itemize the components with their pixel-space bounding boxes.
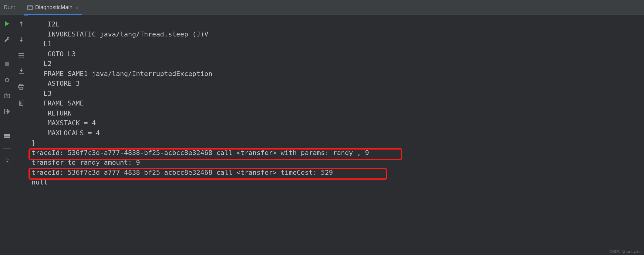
print-button[interactable] — [17, 83, 25, 91]
soft-wrap-button[interactable] — [17, 51, 25, 60]
console-tab-icon — [27, 5, 33, 9]
console-line: ASTORE 3 — [28, 79, 644, 89]
svg-line-11 — [8, 78, 9, 78]
svg-rect-13 — [4, 94, 10, 98]
svg-point-4 — [5, 78, 8, 81]
console-line: INVOKESTATIC java/lang/Thread.sleep (J)V — [28, 29, 644, 40]
text-cursor — [84, 100, 84, 106]
console-action-gutter — [14, 15, 28, 255]
console-line: RETURN — [28, 109, 644, 119]
close-tab-button[interactable]: × — [76, 5, 79, 10]
svg-rect-28 — [19, 86, 24, 88]
run-tab-label: DiagnosticMain — [35, 4, 72, 11]
console-line: transfer to randy amount: 9 — [28, 158, 644, 168]
clear-all-button[interactable] — [17, 98, 25, 107]
svg-line-10 — [8, 81, 9, 82]
svg-rect-19 — [4, 136, 10, 138]
console-line: traceId: 536f7c3d-a777-4838-bf25-acbcc8e… — [28, 168, 644, 178]
console-line: null — [28, 177, 644, 188]
svg-rect-29 — [20, 87, 23, 89]
svg-rect-17 — [4, 134, 7, 136]
console-line: I2L — [28, 19, 644, 29]
dump-threads-button[interactable] — [3, 76, 11, 84]
svg-marker-2 — [5, 21, 9, 26]
rerun-button[interactable] — [3, 19, 11, 28]
layout-button[interactable] — [3, 132, 11, 140]
console-line: L2 — [28, 59, 644, 69]
svg-rect-30 — [19, 101, 23, 105]
run-action-gutter — [0, 15, 14, 255]
console-line: GOTO L3 — [28, 49, 644, 59]
stop-button[interactable] — [3, 60, 11, 68]
console-line: MAXSTACK = 4 — [28, 118, 644, 128]
svg-line-9 — [5, 78, 5, 78]
console-line: FRAME SAME — [28, 98, 644, 109]
svg-rect-15 — [6, 94, 7, 95]
run-toolwindow-header: Run: DiagnosticMain × — [0, 0, 644, 15]
camera-snapshot-button[interactable] — [3, 91, 11, 100]
console-line: traceId: 536f7c3d-a777-4838-bf25-acbcc8e… — [28, 148, 644, 158]
run-label: Run: — [4, 4, 15, 11]
console-output[interactable]: I2L INVOKESTATIC java/lang/Thread.sleep … — [28, 15, 644, 255]
svg-point-14 — [6, 95, 8, 97]
console-line: MAXLOCALS = 4 — [28, 128, 644, 138]
console-line: L3 — [28, 89, 644, 99]
console-line: FRAME SAME1 java/lang/InterruptedExcepti… — [28, 69, 644, 79]
console-line: L1 — [28, 39, 644, 49]
pin-button[interactable] — [3, 157, 11, 165]
wrench-settings-button[interactable] — [3, 35, 11, 44]
watermark-text: CSDN @randy.lou — [609, 249, 642, 254]
scroll-down-button[interactable] — [17, 35, 25, 44]
svg-rect-1 — [28, 6, 33, 7]
scroll-up-button[interactable] — [17, 19, 25, 28]
run-tab-diagnosticmain[interactable]: DiagnosticMain × — [24, 0, 82, 15]
svg-line-12 — [5, 81, 5, 82]
svg-rect-3 — [5, 62, 9, 66]
scroll-to-end-button[interactable] — [17, 67, 25, 75]
exit-button[interactable] — [3, 107, 11, 116]
svg-rect-18 — [7, 134, 10, 136]
console-line: } — [28, 138, 644, 148]
